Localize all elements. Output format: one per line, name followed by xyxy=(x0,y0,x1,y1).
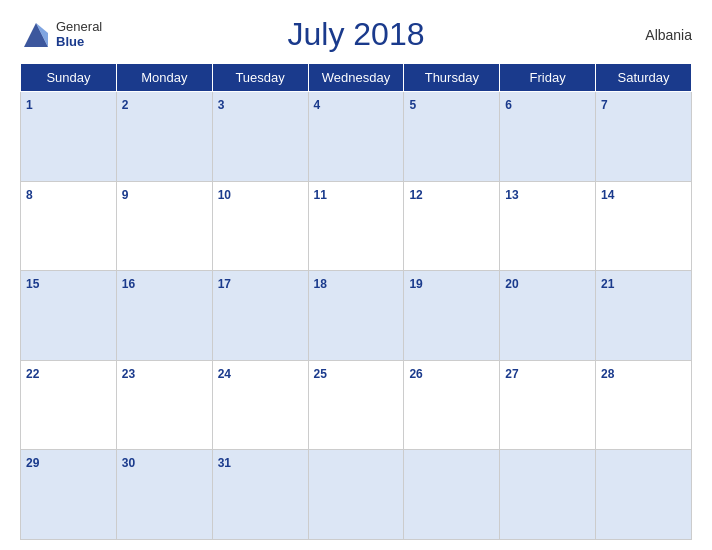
calendar-cell: 3 xyxy=(212,92,308,182)
month-title: July 2018 xyxy=(288,16,425,53)
calendar-cell xyxy=(596,450,692,540)
day-number: 2 xyxy=(122,98,129,112)
calendar-cell: 6 xyxy=(500,92,596,182)
calendar-cell: 31 xyxy=(212,450,308,540)
logo-general-label: General xyxy=(56,20,102,34)
day-of-week-thursday: Thursday xyxy=(404,64,500,92)
calendar-cell: 25 xyxy=(308,360,404,450)
calendar-cell: 24 xyxy=(212,360,308,450)
calendar-header: SundayMondayTuesdayWednesdayThursdayFrid… xyxy=(21,64,692,92)
day-number: 24 xyxy=(218,367,231,381)
day-number: 26 xyxy=(409,367,422,381)
day-number: 11 xyxy=(314,188,327,202)
country-label: Albania xyxy=(645,27,692,43)
calendar-cell: 16 xyxy=(116,271,212,361)
calendar-cell: 2 xyxy=(116,92,212,182)
day-number: 19 xyxy=(409,277,422,291)
calendar-cell: 8 xyxy=(21,181,117,271)
day-number: 17 xyxy=(218,277,231,291)
header: General Blue July 2018 Albania xyxy=(20,16,692,53)
day-number: 22 xyxy=(26,367,39,381)
calendar-cell: 9 xyxy=(116,181,212,271)
week-row-5: 293031 xyxy=(21,450,692,540)
day-number: 29 xyxy=(26,456,39,470)
day-number: 8 xyxy=(26,188,33,202)
calendar-body: 1234567891011121314151617181920212223242… xyxy=(21,92,692,540)
day-number: 4 xyxy=(314,98,321,112)
calendar-cell: 22 xyxy=(21,360,117,450)
day-number: 14 xyxy=(601,188,614,202)
day-number: 9 xyxy=(122,188,129,202)
day-of-week-saturday: Saturday xyxy=(596,64,692,92)
day-number: 6 xyxy=(505,98,512,112)
day-number: 5 xyxy=(409,98,416,112)
day-number: 31 xyxy=(218,456,231,470)
week-row-3: 15161718192021 xyxy=(21,271,692,361)
day-number: 1 xyxy=(26,98,33,112)
calendar-cell: 20 xyxy=(500,271,596,361)
day-number: 25 xyxy=(314,367,327,381)
days-of-week-row: SundayMondayTuesdayWednesdayThursdayFrid… xyxy=(21,64,692,92)
logo-text: General Blue xyxy=(56,20,102,49)
day-number: 3 xyxy=(218,98,225,112)
day-number: 28 xyxy=(601,367,614,381)
calendar-cell: 27 xyxy=(500,360,596,450)
week-row-2: 891011121314 xyxy=(21,181,692,271)
calendar-cell: 18 xyxy=(308,271,404,361)
calendar-cell: 11 xyxy=(308,181,404,271)
calendar-cell: 4 xyxy=(308,92,404,182)
day-number: 27 xyxy=(505,367,518,381)
calendar-cell: 7 xyxy=(596,92,692,182)
day-number: 21 xyxy=(601,277,614,291)
calendar-cell: 23 xyxy=(116,360,212,450)
week-row-4: 22232425262728 xyxy=(21,360,692,450)
calendar-cell xyxy=(308,450,404,540)
day-of-week-wednesday: Wednesday xyxy=(308,64,404,92)
calendar: SundayMondayTuesdayWednesdayThursdayFrid… xyxy=(20,63,692,540)
day-of-week-friday: Friday xyxy=(500,64,596,92)
calendar-cell: 29 xyxy=(21,450,117,540)
day-number: 16 xyxy=(122,277,135,291)
calendar-cell: 13 xyxy=(500,181,596,271)
calendar-cell: 15 xyxy=(21,271,117,361)
day-number: 30 xyxy=(122,456,135,470)
day-of-week-sunday: Sunday xyxy=(21,64,117,92)
day-number: 7 xyxy=(601,98,608,112)
logo-blue-label: Blue xyxy=(56,35,102,49)
calendar-cell: 19 xyxy=(404,271,500,361)
day-number: 12 xyxy=(409,188,422,202)
day-number: 18 xyxy=(314,277,327,291)
day-number: 10 xyxy=(218,188,231,202)
day-number: 23 xyxy=(122,367,135,381)
calendar-cell: 26 xyxy=(404,360,500,450)
calendar-cell xyxy=(404,450,500,540)
week-row-1: 1234567 xyxy=(21,92,692,182)
day-number: 20 xyxy=(505,277,518,291)
calendar-cell: 10 xyxy=(212,181,308,271)
day-number: 15 xyxy=(26,277,39,291)
calendar-cell: 5 xyxy=(404,92,500,182)
logo: General Blue xyxy=(20,19,102,51)
calendar-cell: 30 xyxy=(116,450,212,540)
calendar-cell: 21 xyxy=(596,271,692,361)
logo-icon xyxy=(20,19,52,51)
calendar-cell: 14 xyxy=(596,181,692,271)
day-of-week-tuesday: Tuesday xyxy=(212,64,308,92)
calendar-cell: 17 xyxy=(212,271,308,361)
day-number: 13 xyxy=(505,188,518,202)
calendar-cell: 12 xyxy=(404,181,500,271)
calendar-cell: 1 xyxy=(21,92,117,182)
day-of-week-monday: Monday xyxy=(116,64,212,92)
calendar-cell: 28 xyxy=(596,360,692,450)
calendar-cell xyxy=(500,450,596,540)
